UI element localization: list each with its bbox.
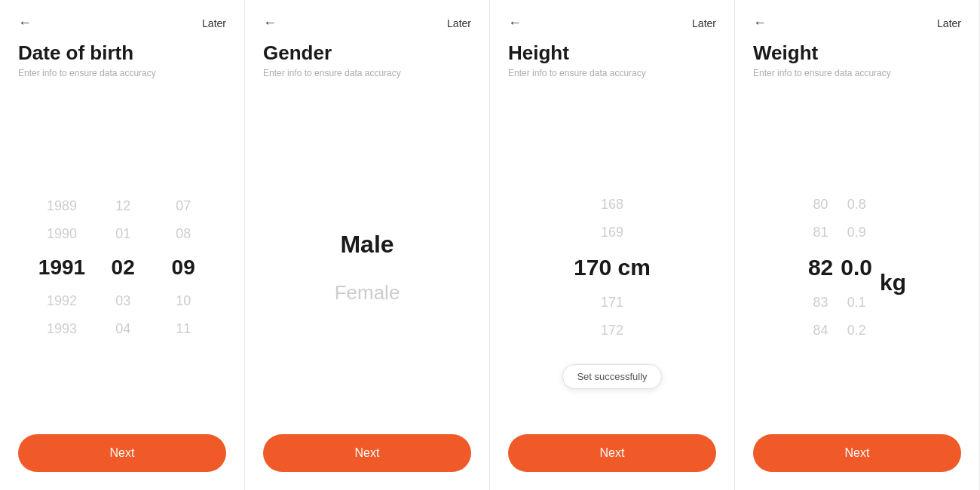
- weight-80[interactable]: 80: [813, 194, 828, 216]
- title-dob: Date of birth: [18, 41, 226, 65]
- gender-screen: ← Later Gender Enter info to ensure data…: [245, 0, 490, 490]
- later-button-dob[interactable]: Later: [202, 17, 226, 29]
- height-171[interactable]: 171: [601, 292, 623, 314]
- weight-83[interactable]: 83: [813, 292, 828, 314]
- year-1993[interactable]: 1993: [47, 318, 77, 340]
- dob-picker[interactable]: 1989 1990 1991 1992 1993 12 01 02 03 04 …: [18, 101, 226, 434]
- gender-picker[interactable]: Male Female: [263, 101, 471, 434]
- height-screen: ← Later Height Enter info to ensure data…: [490, 0, 735, 490]
- year-1991-selected[interactable]: 1991: [38, 251, 85, 285]
- weight-unit-label: kg: [880, 270, 906, 296]
- next-button-height[interactable]: Next: [508, 434, 716, 472]
- subtitle-dob: Enter info to ensure data accuracy: [18, 68, 226, 78]
- month-column[interactable]: 12 01 02 03 04: [100, 195, 145, 340]
- next-button-dob[interactable]: Next: [18, 434, 226, 472]
- height-168[interactable]: 168: [601, 194, 623, 216]
- later-button-height[interactable]: Later: [692, 17, 716, 29]
- title-weight: Weight: [753, 41, 961, 65]
- subtitle-gender: Enter info to ensure data accuracy: [263, 68, 471, 78]
- title-height: Height: [508, 41, 716, 65]
- decimal-01[interactable]: 0.1: [847, 292, 866, 314]
- next-button-weight[interactable]: Next: [753, 434, 961, 472]
- whole-number-column[interactable]: 80 81 82 83 84: [808, 194, 833, 341]
- decimal-00-selected[interactable]: 0.0: [841, 250, 872, 286]
- later-button-weight[interactable]: Later: [937, 17, 961, 29]
- height-172[interactable]: 172: [601, 320, 623, 341]
- year-column[interactable]: 1989 1990 1991 1992 1993: [38, 195, 85, 340]
- decimal-09[interactable]: 0.9: [847, 222, 866, 243]
- month-03[interactable]: 03: [115, 290, 130, 312]
- decimal-02[interactable]: 0.2: [847, 320, 866, 341]
- decimal-08[interactable]: 0.8: [847, 194, 866, 216]
- header-height: ← Later: [508, 15, 716, 31]
- weight-82-selected[interactable]: 82: [808, 250, 833, 286]
- month-01[interactable]: 01: [115, 223, 130, 245]
- success-toast: Set successfully: [562, 364, 661, 389]
- year-1990[interactable]: 1990: [47, 223, 77, 245]
- year-1992[interactable]: 1992: [47, 290, 77, 312]
- later-button-gender[interactable]: Later: [447, 17, 471, 29]
- weight-screen: ← Later Weight Enter info to ensure data…: [735, 0, 980, 490]
- back-button-weight[interactable]: ←: [753, 15, 767, 31]
- weight-84[interactable]: 84: [813, 320, 828, 341]
- back-button-dob[interactable]: ←: [18, 15, 32, 31]
- title-gender: Gender: [263, 41, 471, 65]
- day-08[interactable]: 08: [176, 223, 191, 245]
- decimal-column[interactable]: 0.8 0.9 0.0 0.1 0.2: [841, 194, 872, 341]
- header-gender: ← Later: [263, 15, 471, 31]
- header-dob: ← Later: [18, 15, 226, 31]
- day-10[interactable]: 10: [176, 290, 191, 312]
- height-picker[interactable]: 168 169 170 cm 171 172 Set successfully: [508, 101, 716, 434]
- height-169[interactable]: 169: [601, 222, 623, 243]
- weight-81[interactable]: 81: [813, 222, 828, 243]
- month-04[interactable]: 04: [115, 318, 130, 340]
- day-column[interactable]: 07 08 09 10 11: [161, 195, 206, 340]
- gender-male[interactable]: Male: [340, 231, 394, 259]
- day-11[interactable]: 11: [176, 318, 191, 340]
- header-weight: ← Later: [753, 15, 961, 31]
- year-1989[interactable]: 1989: [47, 195, 77, 217]
- gender-female[interactable]: Female: [335, 281, 400, 305]
- subtitle-weight: Enter info to ensure data accuracy: [753, 68, 961, 78]
- back-button-gender[interactable]: ←: [263, 15, 277, 31]
- weight-picker[interactable]: 80 81 82 83 84 0.8 0.9 0.0 0.1 0.2 kg: [753, 101, 961, 434]
- subtitle-height: Enter info to ensure data accuracy: [508, 68, 716, 78]
- month-12[interactable]: 12: [115, 195, 130, 217]
- month-02-selected[interactable]: 02: [112, 251, 135, 285]
- date-of-birth-screen: ← Later Date of birth Enter info to ensu…: [0, 0, 245, 490]
- height-170-selected[interactable]: 170 cm: [574, 250, 651, 286]
- day-07[interactable]: 07: [176, 195, 191, 217]
- back-button-height[interactable]: ←: [508, 15, 522, 31]
- next-button-gender[interactable]: Next: [263, 434, 471, 472]
- day-09-selected[interactable]: 09: [172, 251, 195, 285]
